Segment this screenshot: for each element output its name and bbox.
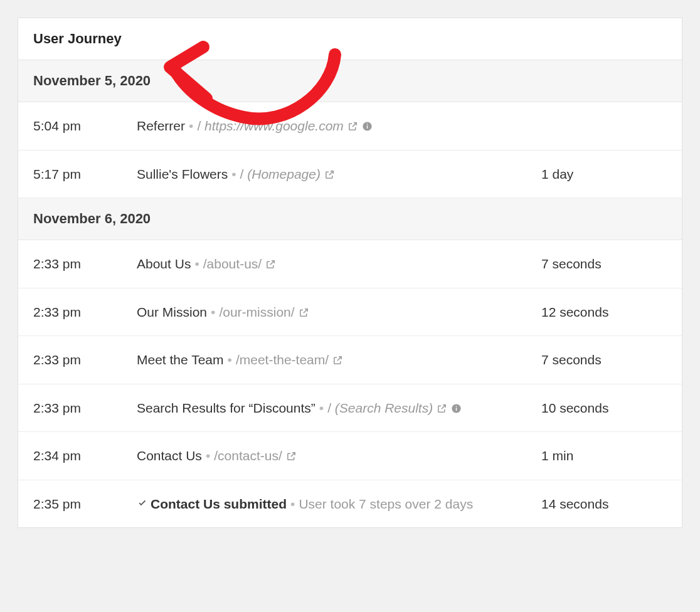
- entry-title: Contact Us: [137, 448, 202, 463]
- external-link-icon[interactable]: [299, 307, 309, 318]
- external-link-icon[interactable]: [332, 355, 343, 366]
- entry-path: /our-mission/: [219, 305, 294, 319]
- entry-duration: 7 seconds: [541, 350, 667, 370]
- path-prefix: /: [197, 119, 204, 133]
- separator-dot: •: [202, 448, 214, 463]
- separator-dot: •: [316, 401, 327, 415]
- external-link-icon[interactable]: [324, 169, 335, 180]
- entry-title: Search Results for “Discounts”: [137, 401, 316, 415]
- external-link-icon[interactable]: [437, 403, 447, 414]
- separator-dot: •: [287, 497, 299, 511]
- separator-dot: •: [224, 352, 236, 367]
- path-prefix: /: [327, 401, 335, 415]
- info-icon[interactable]: [451, 403, 462, 414]
- journey-row: 2:33 pmSearch Results for “Discounts”•/ …: [18, 384, 682, 433]
- entry-main: Meet the Team•/meet-the-team/: [137, 350, 541, 370]
- entry-title: Meet the Team: [137, 352, 224, 367]
- entry-duration: 12 seconds: [541, 302, 667, 322]
- entry-duration: 1 day: [541, 164, 667, 184]
- entry-duration: 7 seconds: [541, 254, 667, 274]
- entry-time: 2:33 pm: [33, 254, 137, 274]
- entry-main: Sullie's Flowers•/ (Homepage): [137, 164, 541, 184]
- entry-duration: 1 min: [541, 446, 667, 466]
- path-prefix: /: [240, 167, 248, 181]
- entry-title: Our Mission: [137, 305, 207, 319]
- entry-title: Referrer: [137, 119, 185, 133]
- journey-row: 5:04 pmReferrer•/ https://www.google.com: [18, 102, 682, 150]
- entry-time: 2:33 pm: [33, 302, 137, 322]
- journey-row: 2:34 pmContact Us•/contact-us/1 min: [18, 432, 682, 480]
- entry-time: 2:34 pm: [33, 446, 137, 466]
- journey-row: 2:33 pmOur Mission•/our-mission/12 secon…: [18, 288, 682, 337]
- entry-path: /meet-the-team/: [236, 352, 329, 367]
- entry-time: 5:04 pm: [33, 116, 137, 136]
- user-journey-panel: User Journey November 5, 20205:04 pmRefe…: [18, 18, 682, 528]
- entry-duration: 14 seconds: [541, 494, 667, 514]
- svg-rect-1: [367, 125, 368, 129]
- date-header: November 6, 2020: [18, 198, 682, 240]
- external-link-icon[interactable]: [286, 451, 297, 462]
- entry-main: Search Results for “Discounts”•/ (Search…: [137, 398, 541, 418]
- svg-rect-5: [456, 406, 457, 406]
- entry-main: Referrer•/ https://www.google.com: [137, 116, 541, 136]
- external-link-icon[interactable]: [265, 259, 276, 270]
- journey-row: 5:17 pmSullie's Flowers•/ (Homepage)1 da…: [18, 150, 682, 199]
- svg-rect-2: [367, 124, 368, 124]
- entry-summary: User took 7 steps over 2 days: [299, 497, 473, 511]
- svg-rect-4: [456, 408, 457, 411]
- entry-path: https://www.google.com: [204, 119, 344, 133]
- entry-path: /about-us/: [203, 256, 262, 271]
- separator-dot: •: [185, 119, 197, 133]
- entry-time: 2:35 pm: [33, 494, 137, 514]
- entry-main: About Us•/about-us/: [137, 254, 541, 274]
- entry-title: About Us: [137, 256, 191, 271]
- info-icon[interactable]: [362, 121, 373, 132]
- entry-main: Contact Us•/contact-us/: [137, 446, 541, 466]
- entry-title: Sullie's Flowers: [137, 167, 228, 181]
- entry-path: /contact-us/: [214, 448, 282, 463]
- entry-duration: 10 seconds: [541, 398, 667, 418]
- journey-row: 2:33 pmMeet the Team•/meet-the-team/7 se…: [18, 336, 682, 384]
- check-icon: [137, 498, 148, 509]
- separator-dot: •: [207, 305, 219, 319]
- entry-time: 2:33 pm: [33, 350, 137, 370]
- entry-title: Contact Us submitted: [151, 497, 287, 511]
- panel-title: User Journey: [18, 18, 682, 60]
- external-link-icon[interactable]: [347, 121, 358, 132]
- entry-main: Contact Us submitted•User took 7 steps o…: [137, 494, 541, 514]
- entry-time: 5:17 pm: [33, 164, 137, 184]
- separator-dot: •: [228, 167, 240, 181]
- journey-row: 2:33 pmAbout Us•/about-us/7 seconds: [18, 240, 682, 288]
- date-header: November 5, 2020: [18, 60, 682, 102]
- entry-path: (Search Results): [335, 401, 433, 415]
- entry-path: (Homepage): [247, 167, 321, 181]
- separator-dot: •: [191, 256, 203, 271]
- entry-main: Our Mission•/our-mission/: [137, 302, 541, 322]
- entry-time: 2:33 pm: [33, 398, 137, 418]
- journey-row: 2:35 pmContact Us submitted•User took 7 …: [18, 480, 682, 528]
